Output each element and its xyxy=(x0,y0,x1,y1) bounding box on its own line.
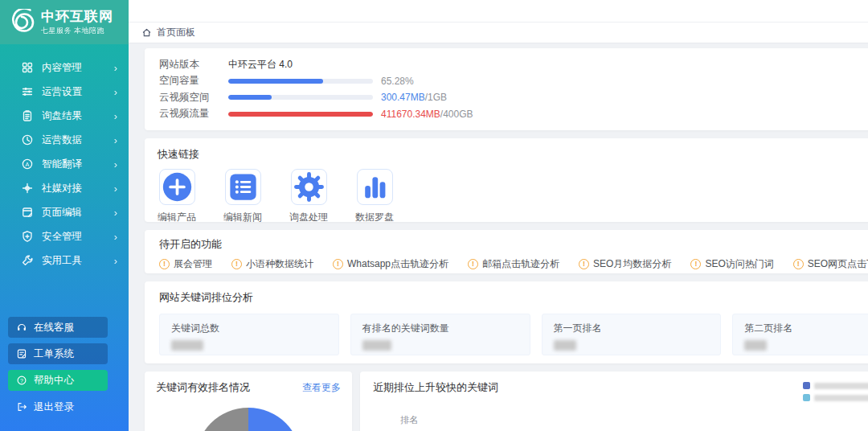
sidebar-item-translate[interactable]: A 智能翻译 › xyxy=(0,152,129,176)
storage-row: 空间容量 65.28% xyxy=(159,74,866,88)
stat-value-redacted xyxy=(171,340,203,351)
sidebar-item-ops-data[interactable]: 运营数据 › xyxy=(0,128,129,152)
progress-fill xyxy=(228,112,373,117)
quick-link-edit-news[interactable]: 编辑新闻 xyxy=(223,169,262,224)
translate-icon: A xyxy=(21,158,34,170)
sidebar-item-label: 页面编辑 xyxy=(42,206,114,220)
warning-icon: ! xyxy=(231,259,242,269)
progress-fill xyxy=(228,79,323,84)
breadcrumb: 首页面板 xyxy=(129,23,868,43)
stat-label: 有排名的关键词数量 xyxy=(362,322,518,335)
sidebar-item-social[interactable]: 社媒对接 › xyxy=(0,176,129,200)
quick-link-edit-product[interactable]: 编辑产品 xyxy=(158,169,196,224)
sidebar-item-label: 智能翻译 xyxy=(42,158,114,171)
stat-total-keywords: 关键词总数 xyxy=(159,314,339,355)
tab-home-panel[interactable]: 首页面板 xyxy=(157,26,195,39)
warning-icon: ! xyxy=(159,259,170,269)
topbar: 账号管理 xyxy=(129,0,868,23)
progress-value: 300.47MB xyxy=(381,92,425,103)
chevron-right-icon: › xyxy=(114,183,117,195)
feature-item[interactable]: !SEO网页点击Top100 xyxy=(793,257,868,271)
progress-fill xyxy=(228,95,272,100)
feature-label: SEO访问热门词 xyxy=(705,257,773,271)
site-info-card: 网站版本 中环云平台 4.0 空间容量 65.28% 云视频空间 300.47M… xyxy=(145,48,868,130)
logout-icon xyxy=(16,401,27,413)
quick-link-inquiry-handle[interactable]: 询盘处理 xyxy=(289,169,328,224)
feature-item[interactable]: !SEO访问热门词 xyxy=(690,257,773,271)
stat-label: 第二页排名 xyxy=(744,322,868,335)
sidebar-item-inquiry[interactable]: 询盘结果 › xyxy=(0,104,129,128)
sidebar-item-label: 安全管理 xyxy=(42,230,114,244)
legend-item[interactable] xyxy=(803,394,868,401)
video-traffic-row: 云视频流量 411670.34MB/400GB xyxy=(159,107,866,121)
clipboard-icon xyxy=(21,109,34,122)
page-edit-icon xyxy=(21,206,34,219)
list-icon xyxy=(225,169,261,205)
progress-label: 云视频空间 xyxy=(159,91,228,105)
quick-link-label: 询盘处理 xyxy=(289,211,328,224)
ranking-more-link[interactable]: 查看更多 xyxy=(302,381,341,395)
quick-link-label: 编辑新闻 xyxy=(223,211,262,224)
chevron-right-icon: › xyxy=(114,207,117,219)
stat-value-redacted xyxy=(744,340,767,351)
sidebar-item-label: 社媒对接 xyxy=(42,182,114,195)
app-root: 中环互联网 七星服务 本地陪跑 内容管理 › 运营设置 › 询盘结果 › xyxy=(0,0,868,431)
stat-value-redacted xyxy=(554,340,576,351)
legend-label-redacted xyxy=(814,383,868,389)
svg-text:A: A xyxy=(25,161,29,168)
sidebar-item-label: 实用工具 xyxy=(42,254,114,268)
chevron-right-icon: › xyxy=(114,110,117,122)
sidebar-item-ops-settings[interactable]: 运营设置 › xyxy=(0,80,129,104)
stat-page2-rank: 第二页排名 xyxy=(732,314,868,355)
stat-value-redacted xyxy=(362,340,391,351)
sidebar-item-label: 运营设置 xyxy=(42,85,114,99)
pending-features-title: 待开启的功能 xyxy=(159,237,868,252)
legend-item[interactable] xyxy=(803,382,868,389)
content: 网站版本 中环云平台 4.0 空间容量 65.28% 云视频空间 300.47M… xyxy=(129,43,868,431)
chevron-right-icon: › xyxy=(114,158,117,170)
sidebar-item-page-edit[interactable]: 页面编辑 › xyxy=(0,200,129,224)
shield-icon xyxy=(21,230,34,243)
logo[interactable]: 中环互联网 七星服务 本地陪跑 xyxy=(0,0,129,44)
progress-value: 411670.34MB xyxy=(381,109,440,120)
sidebar-nav: 内容管理 › 运营设置 › 询盘结果 › 运营数据 › A 智能翻译 › xyxy=(0,44,129,273)
rising-keywords-card: 近期排位上升较快的关键词 xyxy=(360,371,868,431)
ranking-pie-title: 关键词有效排名情况 xyxy=(156,380,250,395)
sidebar-item-tools[interactable]: 实用工具 › xyxy=(0,248,129,273)
feature-item[interactable]: !SEO月均数据分析 xyxy=(579,257,671,271)
home-icon xyxy=(141,27,152,38)
legend-swatch xyxy=(803,382,810,389)
footer-item-label: 帮助中心 xyxy=(34,374,74,388)
plus-circle-icon xyxy=(159,169,195,205)
quick-links-title: 快速链接 xyxy=(158,147,867,162)
sidebar-item-security[interactable]: 安全管理 › xyxy=(0,224,129,248)
ranking-pie-card: 关键词有效排名情况 查看更多 xyxy=(145,371,352,431)
progress-track xyxy=(228,79,373,84)
feature-item[interactable]: !邮箱点击轨迹分析 xyxy=(468,257,559,271)
feature-item[interactable]: !展会管理 xyxy=(159,257,212,271)
feature-label: SEO月均数据分析 xyxy=(593,257,671,271)
chart-legend xyxy=(803,380,868,401)
quick-link-data-compass[interactable]: 数据罗盘 xyxy=(355,169,394,224)
pending-features-card: 待开启的功能 !展会管理 !小语种数据统计 !Whatsapp点击轨迹分析 !邮… xyxy=(145,230,868,273)
feature-label: 邮箱点击轨迹分析 xyxy=(482,257,559,271)
feature-item[interactable]: !Whatsapp点击轨迹分析 xyxy=(333,257,448,271)
help-center-button[interactable]: ? 帮助中心 xyxy=(8,370,108,391)
work-order-button[interactable]: 工单系统 xyxy=(8,343,108,364)
feature-item[interactable]: !小语种数据统计 xyxy=(231,257,313,271)
sidebar-item-content[interactable]: 内容管理 › xyxy=(0,55,129,80)
warning-icon: ! xyxy=(468,259,478,269)
clock-icon xyxy=(21,133,34,146)
logout-button[interactable]: 退出登录 xyxy=(8,396,108,417)
version-value: 中环云平台 4.0 xyxy=(228,58,293,72)
online-support-button[interactable]: 在线客服 xyxy=(8,317,108,338)
bar-chart-icon xyxy=(357,169,393,205)
warning-icon: ! xyxy=(690,259,701,269)
stat-label: 第一页排名 xyxy=(554,322,710,335)
progress-track xyxy=(228,95,373,100)
svg-text:?: ? xyxy=(20,378,23,384)
work-order-icon xyxy=(16,348,27,359)
quick-link-label: 数据罗盘 xyxy=(355,211,394,224)
chevron-right-icon: › xyxy=(114,231,117,243)
wrench-icon xyxy=(21,254,34,267)
